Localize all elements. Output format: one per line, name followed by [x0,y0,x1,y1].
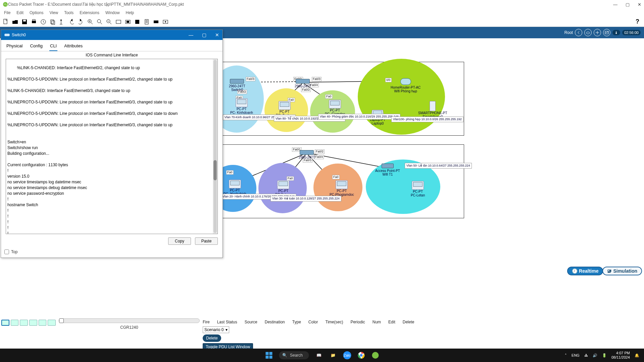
print-icon[interactable] [31,19,37,25]
drawing-ellipse-icon[interactable] [125,19,131,25]
maximize-button[interactable]: ▢ [626,2,630,7]
cloud-icon[interactable] [584,29,592,36]
device-smartphone0[interactable]: SMARTPHONE-PTSmartphone0 [418,101,447,119]
tray-notifications-icon[interactable]: 🔔 [635,353,639,358]
start-icon[interactable] [265,351,273,359]
taskbar-app-1[interactable]: 📖 [315,351,323,359]
screenshot-icon[interactable] [162,19,168,25]
viewport-icon[interactable] [153,19,159,25]
taskbar-explorer-icon[interactable]: 📁 [329,351,337,359]
paste-icon[interactable] [59,19,65,25]
menu-view[interactable]: View [49,10,58,15]
cli-heading: IOS Command Line Interface [1,51,222,59]
device-pc-phogiamdoc[interactable]: PC-PTPC-Phogiamdoc [330,180,354,196]
tab-config[interactable]: Config [29,42,43,51]
svg-rect-38 [265,356,268,359]
redo-icon[interactable] [78,19,84,25]
device-switch0[interactable]: 2960-24TT Switch0 [229,79,245,92]
cli-close-button[interactable]: ✕ [215,32,219,38]
copy-icon[interactable] [50,19,56,25]
tray-network-icon[interactable]: 🖧 [584,353,588,357]
palette-chip-hub[interactable] [20,320,28,326]
menu-options[interactable]: Options [30,10,43,15]
device-accesspoint[interactable]: Access Point-PTWifi T1 [375,164,400,176]
menu-file[interactable]: File [4,10,10,15]
zoom-reset-icon[interactable] [97,19,103,25]
device-switch1[interactable]: 2960-24TT [295,79,311,88]
scenario-select[interactable]: Scenario 0▾ [203,326,229,333]
menu-extensions[interactable]: Extensions [80,10,99,15]
root-label: Root [564,30,573,35]
device-pc-letan[interactable]: PC-PTPC-Letan [411,181,425,197]
svg-point-20 [165,21,166,22]
activity-wizard-icon[interactable] [40,19,46,25]
svg-rect-13 [116,20,121,24]
cli-maximize-button[interactable]: ▢ [202,32,206,38]
env-icon[interactable]: 🌡 [612,30,620,35]
palette-chip-wireless[interactable] [29,320,37,326]
device-router-wifi[interactable]: HomeRouter-PT-ACWifi Phòng họp [391,78,420,93]
notes-icon[interactable] [144,19,150,25]
top-checkbox[interactable] [4,250,9,254]
port-label: Fa0 [226,170,234,175]
paste-button[interactable]: Paste [195,237,218,245]
drawing-palette-icon[interactable] [115,19,121,25]
device-pc-giamdoc[interactable]: PC-PTPC- Giamdoc [325,100,345,116]
device-slider[interactable] [59,318,200,323]
tray-language[interactable]: ENG [572,353,580,357]
menu-help[interactable]: Help [126,10,134,15]
device-palette [0,318,57,326]
tray-battery-icon[interactable]: 🔋 [602,353,607,358]
svg-rect-1 [4,19,7,24]
menu-window[interactable]: Window [105,10,120,15]
tab-cli[interactable]: CLI [49,42,57,51]
tab-physical[interactable]: Physical [6,42,23,51]
custom-devices-icon[interactable] [134,19,140,25]
search-placeholder: Search [290,353,303,358]
svg-rect-3 [23,20,26,21]
move-icon[interactable] [594,29,601,36]
close-button[interactable]: ✕ [638,2,641,7]
minimize-button[interactable]: — [613,2,617,7]
svg-rect-37 [269,352,272,355]
tray-volume-icon[interactable]: 🔊 [593,353,597,358]
tray-clock[interactable]: 4:07 PM 08/11/2024 [611,351,630,360]
save-icon[interactable] [21,19,28,25]
hdr-laststatus: Last Status [217,320,237,324]
palette-chip-security[interactable] [39,320,47,326]
simulation-button[interactable]: 🖳 Simulation [602,267,642,275]
menu-tools[interactable]: Tools [64,10,73,15]
window-title: Cisco Packet Tracer - E:\Document class\… [8,2,184,7]
cli-titlebar[interactable]: Switch0 — ▢ ✕ [1,30,222,40]
taskbar-search[interactable]: 🔍 Search [279,351,309,359]
copy-button[interactable]: Copy [168,237,191,245]
cli-scrollbar[interactable] [213,59,217,234]
undo-icon[interactable] [68,19,75,25]
scrollbar-thumb[interactable] [213,160,217,180]
zoom-in-icon[interactable] [87,19,93,25]
hdr-type: Type [292,320,301,324]
new-icon[interactable] [3,19,9,25]
back-nav-icon[interactable] [575,29,582,36]
zoom-out-icon[interactable] [106,19,112,25]
open-icon[interactable] [12,19,18,25]
realtime-button[interactable]: 🕘 Realtime [567,267,603,275]
taskbar-chrome-icon[interactable] [357,351,365,359]
device-switch2[interactable]: 2960-24TT [299,150,315,159]
device-pc-kinhdoanh[interactable]: PC-PTPC- Kinhdoanh [230,98,253,115]
palette-chip-switch[interactable] [11,320,19,326]
cli-minimize-button[interactable]: — [189,32,193,38]
cli-terminal[interactable]: %LINK-5-CHANGED: Interface FastEthernet0… [6,59,218,234]
tray-chevron-icon[interactable]: ˄ [565,353,567,358]
taskbar-packettracer-icon[interactable] [371,351,379,359]
palette-chip-wan[interactable] [48,320,56,326]
tab-attributes[interactable]: Attributes [63,42,83,51]
slider-knob[interactable] [59,318,64,323]
help-icon[interactable]: ? [636,18,639,25]
palette-chip-router[interactable] [1,320,9,326]
delete-scenario-button[interactable]: Delete [203,334,221,342]
taskbar-zalo-icon[interactable]: Zalo [343,351,351,359]
device-pc-hanhchinh[interactable]: PC-PTPC- Hanhchinh [224,180,246,196]
menu-edit[interactable]: Edit [16,10,23,15]
image-icon[interactable] [603,29,610,36]
